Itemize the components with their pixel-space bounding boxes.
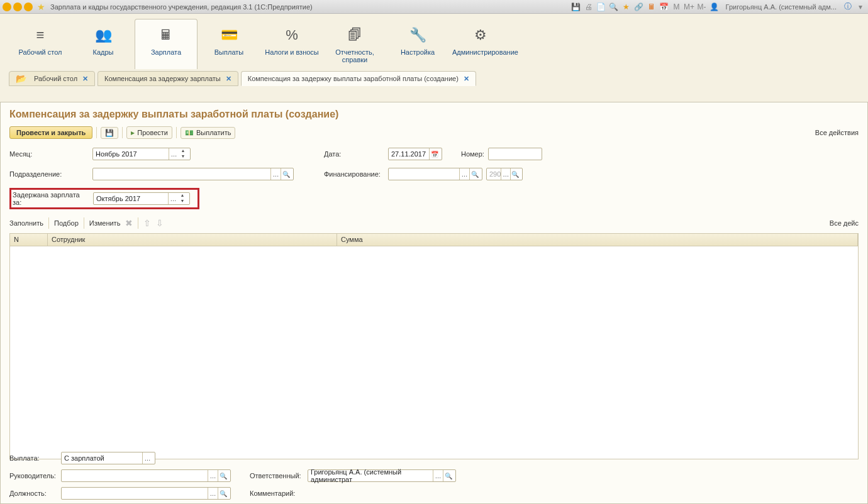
- search-icon[interactable]: 🔍: [469, 168, 479, 180]
- window-titlebar: ★ Зарплата и кадры государственного учре…: [0, 0, 868, 14]
- post-and-close-button[interactable]: Провести и закрыть: [9, 126, 92, 139]
- ellipsis-icon[interactable]: …: [168, 193, 178, 204]
- tab-compensation-list[interactable]: Компенсация за задержку зарплаты ✕: [97, 71, 238, 86]
- user-icon: 👤: [709, 2, 720, 12]
- ellipsis-icon[interactable]: …: [270, 168, 281, 180]
- ellipsis-icon[interactable]: …: [501, 168, 510, 180]
- separator: [122, 127, 123, 138]
- position-input[interactable]: … 🔍: [61, 487, 231, 500]
- close-icon[interactable]: ✕: [82, 75, 88, 83]
- window-close-icon[interactable]: [24, 3, 33, 11]
- ellipsis-icon[interactable]: …: [142, 452, 152, 464]
- calc-icon[interactable]: 🖩: [647, 2, 657, 12]
- print-icon[interactable]: 🖨: [584, 2, 594, 12]
- edit-button[interactable]: Изменить: [89, 219, 121, 227]
- m-plus-icon[interactable]: M+: [684, 2, 694, 12]
- date-label: Дата:: [324, 150, 384, 158]
- post-button[interactable]: ▸Провести: [126, 126, 172, 139]
- nav-personnel[interactable]: 👥Кадры: [72, 19, 135, 69]
- hamburger-icon: ≡: [12, 27, 69, 43]
- documents-icon: 🗐: [326, 27, 383, 43]
- month-input[interactable]: Ноябрь 2017 … ▲▼: [92, 148, 191, 160]
- head-label: Руководитель:: [9, 472, 57, 479]
- responsible-input[interactable]: Григорьянц А.А. (системный администрат ……: [308, 469, 456, 482]
- subdivision-label: Подразделение:: [9, 170, 89, 178]
- separator: [96, 127, 97, 138]
- search-icon[interactable]: 🔍: [218, 470, 228, 481]
- card-icon: 💳: [201, 27, 257, 43]
- info-icon[interactable]: ⓘ: [843, 2, 853, 12]
- all-actions-link2[interactable]: Все дейс: [830, 219, 859, 227]
- position-label: Должность:: [9, 490, 57, 497]
- nav-reports[interactable]: 🗐Отчетность, справки: [323, 19, 386, 69]
- fill-button[interactable]: Заполнить: [9, 219, 43, 227]
- window-maximize-icon[interactable]: [13, 3, 22, 11]
- up-arrow-icon[interactable]: ⇧: [143, 218, 151, 228]
- grid-header: N Сотрудник Сумма: [10, 234, 858, 246]
- financing-code-input[interactable]: 290 … 🔍: [486, 168, 523, 180]
- close-icon[interactable]: ✕: [226, 75, 231, 83]
- ellipsis-icon[interactable]: …: [433, 470, 443, 481]
- tab-compensation-create[interactable]: Компенсация за задержку выплаты заработн…: [241, 71, 476, 86]
- m-minus-icon[interactable]: M-: [697, 2, 707, 12]
- payment-type-input[interactable]: С зарплатой …: [61, 452, 155, 464]
- search-icon[interactable]: 🔍: [218, 488, 228, 499]
- spinner-icon[interactable]: ▲▼: [178, 193, 187, 204]
- save-icon[interactable]: 💾: [571, 2, 581, 12]
- financing-input[interactable]: … 🔍: [388, 168, 482, 180]
- ellipsis-icon[interactable]: …: [208, 488, 218, 499]
- ellipsis-icon[interactable]: …: [459, 168, 469, 180]
- document-icon[interactable]: 📄: [596, 2, 606, 12]
- employee-grid[interactable]: N Сотрудник Сумма: [9, 233, 859, 459]
- grid-col-n[interactable]: N: [10, 234, 48, 246]
- link-icon[interactable]: 🔗: [634, 2, 644, 12]
- search-icon[interactable]: 🔍: [281, 168, 291, 180]
- delete-icon[interactable]: ✖: [125, 218, 133, 228]
- calendar-icon[interactable]: 📅: [429, 148, 439, 160]
- star2-icon[interactable]: ★: [621, 2, 632, 12]
- tab-desktop[interactable]: 📂 Рабочий стол ✕: [9, 71, 95, 86]
- save-button[interactable]: 💾: [101, 127, 118, 139]
- head-input[interactable]: … 🔍: [61, 469, 231, 482]
- nav-admin[interactable]: ⚙Администрирование: [449, 19, 512, 69]
- date-input[interactable]: 27.11.2017 📅: [388, 148, 442, 160]
- nav-desktop[interactable]: ≡Рабочий стол: [9, 19, 72, 69]
- month-label: Месяц:: [9, 150, 89, 158]
- nav-payments[interactable]: 💳Выплаты: [198, 19, 260, 69]
- down-arrow-icon[interactable]: ⇩: [156, 218, 164, 228]
- subdivision-input[interactable]: … 🔍: [92, 168, 294, 180]
- search-icon[interactable]: 🔍: [510, 168, 520, 180]
- payout-button[interactable]: 💵Выплатить: [181, 127, 235, 139]
- ellipsis-icon[interactable]: …: [169, 148, 179, 160]
- delayed-month-input[interactable]: Октябрь 2017 … ▲▼: [93, 192, 190, 205]
- all-actions-link[interactable]: Все действия: [815, 129, 859, 136]
- m-icon[interactable]: M: [672, 2, 682, 12]
- calculator-icon: 🖩: [138, 27, 194, 43]
- responsible-label: Ответственный:: [250, 472, 304, 479]
- grid-col-sum[interactable]: Сумма: [337, 234, 858, 246]
- close-icon[interactable]: ✕: [464, 75, 469, 83]
- people-icon: 👥: [75, 27, 131, 43]
- star-icon[interactable]: ★: [37, 2, 45, 12]
- search-icon[interactable]: 🔍: [443, 470, 453, 481]
- select-button[interactable]: Подбор: [54, 219, 79, 227]
- grid-body[interactable]: [10, 246, 858, 459]
- separator: [176, 127, 177, 138]
- ellipsis-icon[interactable]: …: [208, 470, 218, 481]
- wrench-icon: 🔧: [389, 27, 446, 43]
- document-form: Компенсация за задержку выплаты заработн…: [0, 102, 868, 504]
- comment-label: Комментарий:: [250, 490, 304, 497]
- main-nav: ≡Рабочий стол 👥Кадры 🖩Зарплата 💳Выплаты …: [0, 14, 868, 69]
- nav-taxes[interactable]: %Налоги и взносы: [260, 19, 323, 69]
- window-minimize-icon[interactable]: [3, 3, 11, 11]
- dropdown-icon[interactable]: ▾: [855, 2, 865, 12]
- grid-col-employee[interactable]: Сотрудник: [48, 234, 337, 246]
- calendar-icon[interactable]: 📅: [659, 2, 669, 12]
- highlighted-delayed-salary-row: Задержана зарплата за: Октябрь 2017 … ▲▼: [9, 188, 199, 209]
- number-input[interactable]: [488, 148, 542, 160]
- current-user[interactable]: Григорьянц А.А. (системный адм...: [726, 3, 837, 11]
- nav-settings[interactable]: 🔧Настройка: [386, 19, 449, 69]
- spinner-icon[interactable]: ▲▼: [179, 148, 187, 160]
- search-icon[interactable]: 🔍: [609, 2, 619, 12]
- nav-salary[interactable]: 🖩Зарплата: [135, 19, 198, 69]
